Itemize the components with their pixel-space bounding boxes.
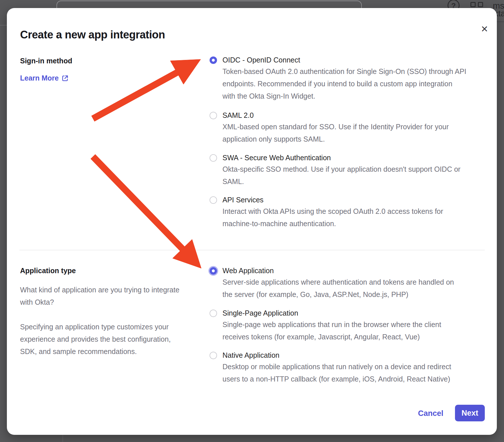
application-type-heading: Application type <box>20 267 76 275</box>
learn-more-link[interactable]: Learn More <box>20 74 69 82</box>
radio-swa-description: Okta-specific SSO method. Use if your ap… <box>222 163 460 188</box>
radio-saml[interactable] <box>210 112 217 119</box>
radio-single-page-application[interactable] <box>210 310 217 317</box>
signin-method-heading: Sign-in method <box>20 57 72 65</box>
radio-swa[interactable] <box>210 154 217 162</box>
external-link-icon <box>62 75 69 82</box>
close-icon[interactable]: ✕ <box>476 21 493 37</box>
radio-native-application-description: Desktop or mobile applications that run … <box>222 361 451 385</box>
radio-saml-label[interactable]: SAML 2.0 <box>222 111 254 120</box>
radio-api-services[interactable] <box>210 196 217 204</box>
application-type-detail: Specifying an application type customize… <box>20 321 171 358</box>
radio-single-page-application-description: Single-page web applications that run in… <box>222 318 441 343</box>
background-panel-border <box>62 435 63 442</box>
radio-web-application[interactable] <box>210 267 217 275</box>
radio-api-services-description: Interact with Okta APIs using the scoped… <box>222 205 443 230</box>
create-app-integration-dialog: ✕ Create a new app integration Sign-in m… <box>7 8 497 435</box>
radio-single-page-application-label[interactable]: Single-Page Application <box>222 309 298 317</box>
application-type-intro: What kind of application are you trying … <box>20 284 179 308</box>
learn-more-label: Learn More <box>20 74 59 82</box>
radio-web-application-description: Server-side applications where authentic… <box>222 276 454 301</box>
radio-oidc[interactable] <box>210 56 217 64</box>
radio-swa-label[interactable]: SWA - Secure Web Authentication <box>222 154 331 162</box>
apps-grid-icon <box>470 2 476 7</box>
screen: ? msh kta ✕ Create a new app integration… <box>0 0 504 442</box>
cancel-button[interactable]: Cancel <box>418 409 444 418</box>
next-button[interactable]: Next <box>455 405 485 421</box>
radio-saml-description: XML-based open standard for SSO. Use if … <box>222 121 449 145</box>
radio-oidc-label[interactable]: OIDC - OpenID Connect <box>222 56 300 64</box>
apps-grid-icon <box>478 2 483 7</box>
radio-api-services-label[interactable]: API Services <box>222 196 263 204</box>
background-header-border <box>0 25 7 26</box>
radio-oidc-description: Token-based OAuth 2.0 authentication for… <box>222 65 466 102</box>
background-header-border <box>497 21 504 22</box>
radio-web-application-label[interactable]: Web Application <box>222 267 274 275</box>
section-divider <box>19 250 485 250</box>
radio-native-application[interactable] <box>210 352 217 359</box>
radio-native-application-label[interactable]: Native Application <box>222 351 280 359</box>
dialog-title: Create a new app integration <box>20 29 165 41</box>
